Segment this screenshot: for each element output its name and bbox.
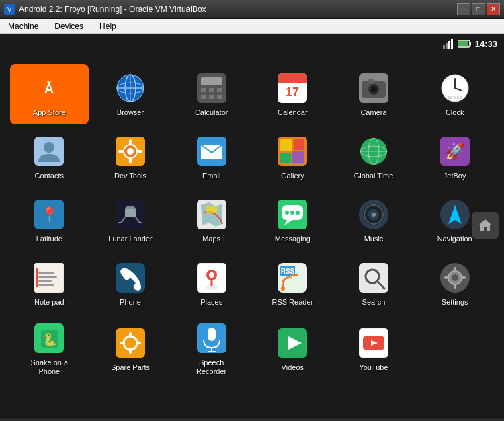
app-icon-calendar[interactable]: 17 Calendar (253, 64, 332, 124)
svg-rect-123 (208, 328, 216, 341)
svg-text:🚀: 🚀 (445, 141, 465, 161)
app-icon-img-latitude: 📍 (32, 197, 67, 232)
app-icon-img-clock: 12 3 6 9 (437, 71, 472, 106)
app-icon-img-calendar: 17 (275, 71, 310, 106)
app-label-gallery: Gallery (281, 171, 304, 180)
title-bar: V Android 2.2: Froyo [Running] - Oracle … (0, 0, 504, 19)
svg-text:🐍: 🐍 (42, 332, 58, 347)
app-label-browser: Browser (117, 108, 144, 117)
app-label-email: Email (202, 171, 221, 180)
app-label-latitude: Latitude (36, 235, 62, 243)
svg-point-34 (372, 87, 376, 91)
app-icon-music[interactable]: Music (335, 190, 413, 251)
close-button[interactable]: ✕ (487, 3, 500, 15)
app-icon-places[interactable]: Places (172, 254, 251, 314)
app-icon-jetboy[interactable]: 🚀 JetBoy (415, 127, 494, 188)
svg-rect-28 (278, 79, 307, 83)
app-grid: A ▼ App Store Browser Calculator 17 Cale… (7, 61, 497, 383)
app-label-calculator: Calculator (195, 108, 228, 117)
menu-help[interactable]: Help (97, 20, 119, 32)
app-icon-img-videos (275, 326, 310, 360)
app-icon-search[interactable]: Search (335, 254, 413, 314)
svg-rect-4 (448, 41, 450, 49)
svg-rect-90 (38, 276, 57, 278)
svg-point-80 (296, 210, 300, 215)
svg-rect-56 (280, 153, 291, 163)
menu-devices[interactable]: Devices (52, 20, 86, 32)
svg-rect-109 (454, 267, 456, 271)
window-controls: ─ □ ✕ (457, 3, 500, 15)
svg-point-78 (285, 210, 289, 215)
svg-rect-35 (368, 79, 374, 83)
window-icon: V (4, 4, 15, 15)
app-label-navigation: Navigation (437, 235, 472, 243)
app-icon-email[interactable]: Email (172, 127, 251, 188)
app-icon-notepad[interactable]: Note pad (10, 254, 89, 314)
app-label-places: Places (200, 298, 222, 307)
app-icon-calculator[interactable]: Calculator (172, 64, 251, 124)
app-icon-img-phone (113, 260, 148, 295)
app-icon-phone[interactable]: Phone (91, 254, 170, 314)
app-icon-speechrecorder[interactable]: Speech Recorder (172, 317, 251, 380)
app-icon-img-email (194, 134, 229, 169)
svg-text:17: 17 (286, 85, 299, 99)
app-label-devtools: Dev Tools (114, 171, 146, 180)
android-home[interactable]: A ▼ App Store Browser Calculator 17 Cale… (0, 54, 504, 417)
svg-rect-55 (294, 139, 304, 150)
menu-machine[interactable]: Machine (5, 20, 41, 32)
app-icon-img-contacts (32, 134, 67, 169)
app-icon-globaltime[interactable]: Global Time (335, 127, 413, 188)
app-icon-img-music (356, 197, 391, 232)
vm-screen: 14:33 A ▼ App Store Browser Calculator (0, 34, 504, 417)
minimize-button[interactable]: ─ (457, 3, 470, 15)
app-icon-settings[interactable]: Settings (415, 254, 494, 314)
app-icon-contacts[interactable]: Contacts (10, 127, 89, 188)
app-icon-img-jetboy: 🚀 (437, 134, 472, 169)
app-icon-img-notepad (32, 260, 67, 295)
svg-rect-111 (444, 276, 448, 279)
svg-rect-25 (217, 95, 222, 99)
svg-point-46 (127, 148, 134, 155)
svg-rect-112 (462, 276, 466, 279)
app-icon-camera[interactable]: Camera (335, 64, 413, 124)
maximize-button[interactable]: □ (472, 3, 485, 15)
app-label-messaging: Messaging (275, 235, 310, 243)
app-icon-img-youtube (356, 326, 391, 360)
svg-text:▼: ▼ (46, 79, 52, 87)
app-label-youtube: YouTube (359, 363, 388, 372)
svg-rect-121 (136, 342, 141, 344)
app-label-rssreader: RSS Reader (271, 298, 313, 307)
svg-rect-54 (280, 139, 292, 151)
app-icon-maps[interactable]: Maps (172, 190, 251, 251)
menu-bar: Machine Devices Help (0, 19, 504, 34)
app-icon-messaging[interactable]: Messaging (253, 190, 332, 251)
app-icon-devtools[interactable]: Dev Tools (91, 127, 170, 188)
svg-rect-120 (120, 342, 125, 344)
app-icon-img-globaltime (356, 134, 391, 169)
app-icon-rssreader[interactable]: RSS RSS Reader (253, 254, 332, 314)
svg-rect-23 (201, 95, 206, 99)
app-icon-lunarlander[interactable]: Lunar Lander (91, 190, 170, 251)
svg-rect-91 (38, 280, 52, 282)
app-icon-clock[interactable]: 12 3 6 9 Clock (415, 64, 494, 124)
home-button[interactable] (472, 212, 499, 239)
app-label-jetboy: JetBoy (444, 171, 466, 180)
app-icon-videos[interactable]: Videos (253, 317, 332, 380)
app-icon-img-speechrecorder (194, 321, 229, 356)
app-icon-spareparts[interactable]: Spare Parts (91, 317, 170, 380)
svg-rect-2 (443, 45, 445, 49)
svg-text:📍: 📍 (40, 206, 59, 224)
app-icon-gallery[interactable]: Gallery (253, 127, 332, 188)
app-icon-youtube[interactable]: YouTube (335, 317, 413, 380)
battery-icon (458, 39, 472, 48)
app-label-notepad: Note pad (34, 298, 65, 307)
svg-point-97 (209, 272, 214, 278)
svg-rect-19 (201, 77, 222, 85)
app-icon-snake[interactable]: 🐍 Snake on a Phone (10, 317, 89, 380)
window-title: Android 2.2: Froyo [Running] - Oracle VM… (19, 5, 457, 14)
app-icon-latitude[interactable]: 📍 Latitude (10, 190, 89, 251)
app-icon-img-gallery (275, 134, 310, 169)
svg-rect-8 (458, 41, 468, 46)
app-icon-appstore[interactable]: A ▼ App Store (10, 64, 89, 124)
app-icon-browser[interactable]: Browser (91, 64, 170, 124)
